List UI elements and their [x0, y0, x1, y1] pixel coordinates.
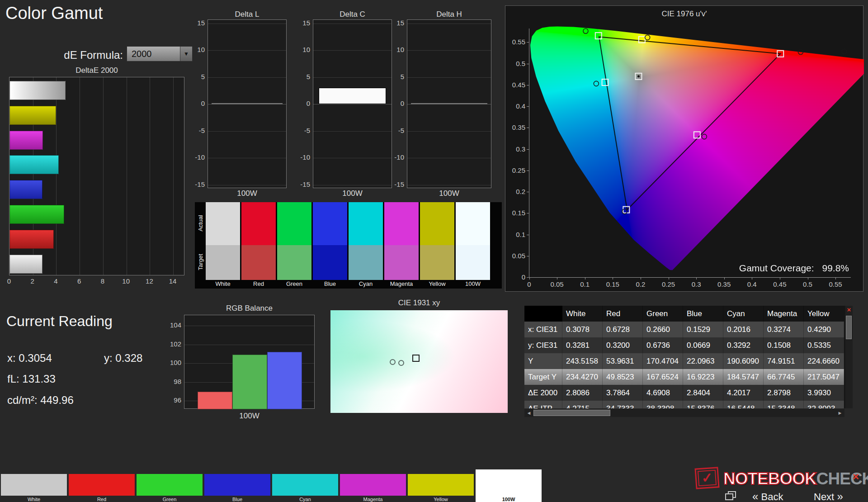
deltae-x-axis: 02468101214 [9, 277, 190, 286]
table-cell: 66.7745 [764, 369, 804, 385]
swatch-target-100w [456, 245, 490, 280]
current-reading-title: Current Reading [6, 313, 113, 330]
gridline [208, 131, 286, 132]
tick-label: 0 [386, 99, 404, 108]
color-patch-label: Green [137, 497, 203, 502]
gamut-coverage: Gamut Coverage: 99.8% [722, 263, 849, 274]
table-vscroll-thumb[interactable] [846, 316, 852, 339]
swatch-target-blue [313, 245, 347, 280]
tick-label: 0.15 [505, 209, 525, 217]
color-patch-cyan[interactable] [272, 474, 338, 496]
notebookcheck-logo-icon: ✓ [694, 467, 719, 489]
tick [724, 277, 725, 279]
swatch-actual-cyan [349, 202, 383, 245]
table-cell: 2.8798 [764, 385, 804, 401]
gamut-coverage-value: 99.8% [822, 263, 849, 273]
gridline [127, 77, 127, 275]
gridline [407, 77, 491, 78]
table-hscroll-thumb[interactable] [533, 410, 610, 416]
cie1931-square-marker [412, 355, 420, 362]
deltae-bar-green [9, 205, 64, 224]
table-cell: 217.5047 [804, 369, 844, 385]
tick-label: 0.1 [576, 280, 594, 289]
swatch-target-yellow [420, 245, 454, 280]
swatch-target-red [241, 245, 276, 280]
tick [527, 277, 529, 278]
color-patch-label: 100W [476, 497, 542, 502]
table-cell: 16.5448 [723, 401, 764, 408]
delta-chart-delta-c [313, 19, 392, 188]
gridline [150, 77, 150, 275]
tick-label: -15 [292, 180, 310, 189]
table-cell: 0.0669 [683, 337, 723, 353]
deltae-bar-100w [9, 81, 66, 100]
next-button[interactable]: Next » [814, 490, 843, 502]
gridline [208, 158, 286, 158]
brand-notebook: NOTEBOOK [723, 469, 816, 488]
swatch-actual-green [277, 202, 311, 245]
back-button[interactable]: « Back [752, 490, 783, 502]
table-cell: 15.8376 [683, 401, 723, 408]
reading-x: x: 0.3054 [7, 352, 52, 365]
tick [527, 256, 529, 256]
tick-label: 5 [292, 73, 310, 81]
gridline [80, 77, 80, 275]
swatch-label: Yellow [420, 280, 454, 287]
swatch-actual-yellow [420, 202, 454, 245]
tick-label: 10 [292, 46, 310, 54]
delta-xlabel: 100W [313, 189, 392, 198]
rgb-balance-xlabel: 100W [184, 412, 315, 421]
table-row-label: Y [524, 353, 562, 369]
gridline [313, 104, 392, 104]
cie1931-circle-marker [398, 360, 404, 366]
table-hscrollbar[interactable]: ◄ ► [524, 409, 844, 417]
deltae-bar-magenta [9, 131, 43, 150]
swatch-target-green [277, 245, 311, 280]
table-vscrollbar[interactable]: × [844, 306, 853, 408]
color-patch-blue[interactable] [204, 474, 270, 496]
table-cell: 4.6908 [643, 385, 683, 401]
color-patch-magenta[interactable] [340, 474, 406, 496]
y-axis [529, 28, 529, 278]
tick [527, 170, 529, 171]
table-cell: 0.3274 [764, 322, 804, 337]
gridline [407, 131, 491, 132]
color-patch-yellow[interactable] [408, 474, 474, 496]
table-cell: 0.1508 [764, 337, 804, 353]
gridline [208, 185, 286, 185]
color-patch-label: Magenta [340, 497, 406, 502]
scroll-left-icon[interactable]: ◄ [525, 409, 533, 417]
table-cell: 49.8523 [603, 369, 643, 385]
table-row-label: Target Y [524, 369, 562, 385]
gridline [103, 77, 104, 275]
color-patch-white[interactable] [1, 474, 67, 496]
table-cell: 0.3078 [562, 322, 603, 337]
tick-label: 15 [187, 19, 205, 27]
color-gamut-app: Color Gamut dE Formula: 2000 ▼ DeltaE 20… [0, 0, 868, 502]
gridline [56, 77, 57, 275]
table-header-cell: Green [643, 306, 683, 322]
color-patch-green[interactable] [137, 474, 203, 496]
tick-label: 0.35 [505, 123, 525, 132]
tick-label: 0 [4, 277, 14, 285]
table-cell: 234.4270 [562, 369, 603, 385]
close-icon[interactable]: × [853, 470, 859, 483]
table-cell: 34.7333 [603, 401, 643, 408]
tick-label: 15 [386, 19, 404, 27]
swatch-label: Magenta [384, 280, 419, 287]
gridline [208, 77, 286, 78]
de-formula-dropdown[interactable]: 2000 ▼ [127, 46, 193, 62]
gridline [407, 104, 491, 104]
tick-label: 8 [97, 277, 108, 285]
tick-label: 0 [520, 280, 538, 289]
scroll-right-icon[interactable]: ► [836, 409, 844, 417]
table-header-cell: Blue [683, 306, 723, 322]
tick-label: 10 [386, 46, 404, 54]
table-close-icon[interactable]: × [845, 306, 853, 314]
deltae-chart-title: DeltaE 2000 [9, 66, 184, 75]
restore-window-button[interactable] [725, 491, 737, 500]
color-patch-red[interactable] [69, 474, 135, 496]
tick-label: 5 [386, 73, 404, 81]
swatch-target-cyan [349, 245, 383, 280]
de-formula-value: 2000 [132, 49, 152, 59]
